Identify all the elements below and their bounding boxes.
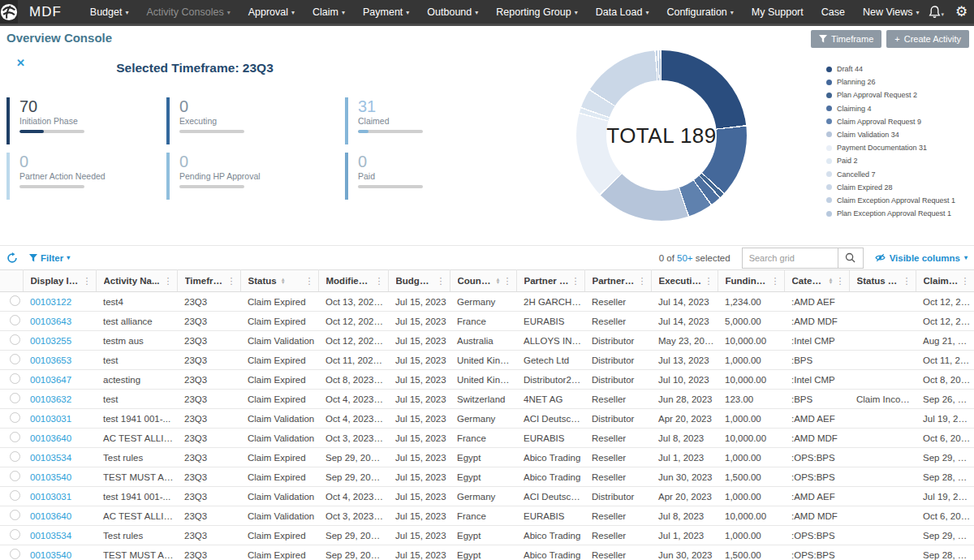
display-id-link[interactable]: 00103255 bbox=[30, 336, 71, 346]
column-menu-icon[interactable]: ⋮ bbox=[569, 276, 583, 286]
kpi-card-partner-action-needed[interactable]: 0Partner Action Needed bbox=[6, 153, 161, 200]
legend-item[interactable]: Claim Expired 28 bbox=[826, 183, 955, 192]
column-menu-icon[interactable]: ⋮ bbox=[373, 276, 386, 286]
column-menu-icon[interactable]: ⋮ bbox=[225, 276, 239, 286]
row-radio[interactable] bbox=[10, 490, 20, 501]
display-id-link[interactable]: 00103122 bbox=[30, 297, 71, 307]
legend-item[interactable]: Claim Validation 34 bbox=[826, 131, 955, 139]
display-id-link[interactable]: 00103031 bbox=[30, 492, 71, 502]
menu-item-configuration[interactable]: Configuration▾ bbox=[657, 0, 742, 24]
legend-item[interactable]: Plan Approval Request 2 bbox=[826, 91, 955, 99]
column-menu-icon[interactable]: ⋮ bbox=[636, 276, 649, 286]
column-menu-icon[interactable]: ⋮ bbox=[959, 276, 972, 286]
menu-item-reporting-group[interactable]: Reporting Group▾ bbox=[487, 0, 586, 24]
display-id-link[interactable]: 00103031 bbox=[30, 414, 71, 424]
row-radio[interactable] bbox=[10, 412, 20, 423]
create-activity-button[interactable]: + Create Activity bbox=[886, 30, 969, 48]
display-id-link[interactable]: 00103643 bbox=[30, 317, 71, 326]
column-header-partner-na[interactable]: Partner Na...⋮ bbox=[516, 270, 584, 292]
column-header-budget-end[interactable]: Budget End ...⋮ bbox=[388, 270, 450, 292]
row-radio[interactable] bbox=[10, 354, 20, 364]
kpi-card-executing[interactable]: 0Executing bbox=[166, 97, 321, 144]
legend-item[interactable]: Cancelled 7 bbox=[826, 170, 955, 179]
menu-item-data-load[interactable]: Data Load▾ bbox=[587, 0, 658, 24]
legend-item[interactable]: Payment Documentation 31 bbox=[826, 144, 955, 152]
column-header-claim-deadli[interactable]: Claim Deadli...⋮ bbox=[916, 270, 974, 292]
legend-item[interactable]: Plan Exception Approval Request 1 bbox=[826, 209, 955, 218]
legend-item[interactable]: Claiming 4 bbox=[826, 105, 955, 113]
column-header-funding-req[interactable]: Funding Req...⋮ bbox=[718, 270, 784, 292]
column-header-country[interactable]: Country▲▼⋮ bbox=[450, 270, 516, 292]
column-header-timeframe[interactable]: Timeframe ...⋮ bbox=[177, 270, 240, 292]
column-header-status[interactable]: Status▲▼⋮ bbox=[240, 270, 318, 292]
column-menu-icon[interactable]: ⋮ bbox=[702, 276, 716, 286]
kpi-card-initiation-phase[interactable]: 70Initiation Phase bbox=[6, 97, 161, 144]
row-radio[interactable] bbox=[10, 393, 20, 403]
menu-item-case[interactable]: Case bbox=[812, 0, 854, 24]
row-radio[interactable] bbox=[10, 295, 20, 306]
display-id-link[interactable]: 00103534 bbox=[30, 453, 71, 463]
legend-item[interactable]: Claim Exception Approval Request 1 bbox=[826, 196, 955, 205]
visible-columns-dropdown[interactable]: Visible columns ▾ bbox=[875, 253, 968, 263]
row-radio[interactable] bbox=[10, 529, 20, 540]
refresh-button[interactable] bbox=[6, 252, 18, 264]
menu-item-my-support[interactable]: My Support bbox=[743, 0, 812, 24]
column-header-status-reas[interactable]: Status Reas...⋮ bbox=[849, 270, 916, 292]
display-id-link[interactable]: 00103540 bbox=[30, 472, 71, 482]
menu-item-approval[interactable]: Approval▾ bbox=[239, 0, 304, 24]
column-menu-icon[interactable]: ⋮ bbox=[303, 276, 317, 286]
column-menu-icon[interactable]: ⋮ bbox=[900, 276, 914, 286]
menu-item-new-views[interactable]: New Views▾ bbox=[854, 0, 929, 24]
display-id-link[interactable]: 00103540 bbox=[30, 550, 71, 560]
row-radio[interactable] bbox=[10, 471, 20, 481]
row-radio[interactable] bbox=[10, 510, 20, 520]
legend-item[interactable]: Claim Approval Request 9 bbox=[826, 118, 955, 126]
legend-item[interactable]: Paid 2 bbox=[826, 157, 955, 165]
row-radio[interactable] bbox=[10, 315, 20, 325]
kpi-card-pending-hp-approval[interactable]: 0Pending HP Approval bbox=[166, 153, 321, 200]
legend-item[interactable]: Planning 26 bbox=[826, 78, 955, 86]
menu-item-outbound[interactable]: Outbound▾ bbox=[418, 0, 487, 24]
column-header-partner-typ[interactable]: Partner Typ...⋮ bbox=[584, 270, 651, 292]
settings-button[interactable]: ⚙ bbox=[955, 3, 968, 20]
display-id-link[interactable]: 00103640 bbox=[30, 511, 71, 521]
row-radio[interactable] bbox=[10, 549, 20, 559]
display-id-link[interactable]: 00103534 bbox=[30, 531, 71, 541]
timeframe-button[interactable]: Timeframe bbox=[811, 30, 881, 48]
app-logo[interactable] bbox=[0, 0, 18, 24]
kpi-card-paid[interactable]: 0Paid bbox=[345, 153, 499, 200]
menu-item-payment[interactable]: Payment▾ bbox=[354, 0, 418, 24]
column-menu-icon[interactable]: ⋮ bbox=[80, 276, 94, 286]
selection-limit-link[interactable]: 50+ bbox=[677, 253, 693, 263]
column-header-execution-e[interactable]: Execution E...⋮ bbox=[651, 270, 718, 292]
filter-dropdown[interactable]: Filter ▾ bbox=[29, 253, 70, 263]
close-icon[interactable]: ✕ bbox=[16, 57, 25, 69]
column-menu-icon[interactable]: ⋮ bbox=[834, 276, 847, 286]
column-menu-icon[interactable]: ⋮ bbox=[769, 276, 782, 286]
menu-item-budget[interactable]: Budget▾ bbox=[81, 0, 138, 24]
search-button[interactable] bbox=[838, 248, 864, 269]
column-header-category[interactable]: Category▲▼⋮ bbox=[784, 270, 849, 292]
legend-item[interactable]: Draft 44 bbox=[826, 65, 955, 73]
display-id-link[interactable]: 00103632 bbox=[30, 394, 71, 404]
row-radio[interactable] bbox=[10, 451, 20, 462]
row-radio[interactable] bbox=[10, 432, 20, 442]
column-header-activity-na[interactable]: Activity Na...⋮ bbox=[96, 270, 177, 292]
sort-icon[interactable]: ▲▼ bbox=[281, 278, 286, 284]
column-header-display-id[interactable]: Display ID ...⋮ bbox=[23, 270, 96, 292]
kpi-label: Partner Action Needed bbox=[19, 171, 161, 181]
column-menu-icon[interactable]: ⋮ bbox=[501, 276, 515, 286]
column-menu-icon[interactable]: ⋮ bbox=[162, 276, 175, 286]
column-header-modified-da[interactable]: Modified Da...⋮ bbox=[318, 270, 388, 292]
row-radio[interactable] bbox=[10, 334, 20, 345]
menu-item-claim[interactable]: Claim▾ bbox=[304, 0, 354, 24]
display-id-link[interactable]: 00103640 bbox=[30, 433, 71, 443]
display-id-link[interactable]: 00103653 bbox=[30, 355, 71, 365]
display-id-link[interactable]: 00103647 bbox=[30, 375, 71, 385]
row-radio[interactable] bbox=[10, 373, 20, 384]
menu-item-activity-consoles[interactable]: Activity Consoles▾ bbox=[137, 0, 239, 24]
notifications-button[interactable]: ▾ bbox=[929, 6, 945, 19]
column-menu-icon[interactable]: ⋮ bbox=[434, 276, 448, 286]
kpi-card-claimed[interactable]: 31Claimed bbox=[345, 97, 499, 144]
search-input[interactable] bbox=[742, 248, 838, 269]
